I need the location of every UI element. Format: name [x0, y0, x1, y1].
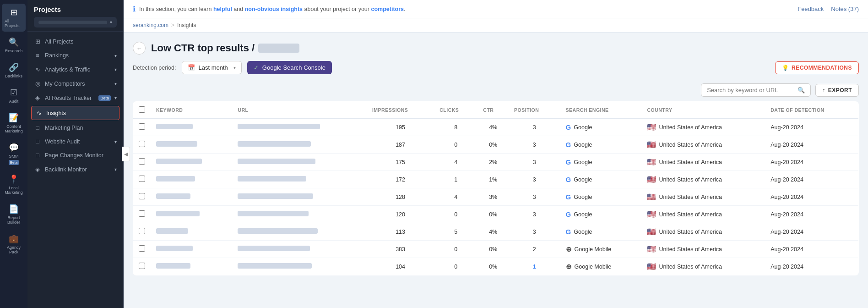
ctr-cell: 3% [477, 188, 509, 206]
col-clicks: CLICKS [434, 102, 477, 119]
url-cell [232, 188, 367, 206]
export-button[interactable]: ↑ EXPORT [815, 84, 859, 97]
sidebar-item-backlink-monitor[interactable]: ◈ Backlink Monitor ▾ [27, 162, 123, 176]
row-checkbox-8[interactable] [139, 263, 145, 269]
topbar-info: ℹ In this section, you can learn helpful… [133, 5, 406, 13]
table-row: 195 8 4% 3 G Google 🇺🇸 United States of … [133, 119, 859, 136]
back-button[interactable]: ← [133, 42, 146, 55]
sidebar-icon-smm[interactable]: 💬 SMM Beta [2, 139, 26, 169]
sidebar-collapse-btn[interactable]: ◀ [122, 147, 130, 161]
sidebar-icon-report[interactable]: 📄 Report Builder [2, 200, 26, 228]
page-title: Low CTR top results / [151, 42, 299, 54]
topbar-actions: Feedback Notes (37) [797, 6, 859, 12]
export-icon: ↑ [822, 87, 825, 94]
notes-link[interactable]: Notes (37) [831, 6, 859, 12]
table-row: 383 0 0% 2 ⊕ Google Mobile 🇺🇸 United Sta… [133, 241, 859, 258]
analytics-icon: ∿ [34, 66, 41, 73]
sidebar-item-ai-tracker[interactable]: ◈ AI Results Tracker Beta ▾ [27, 91, 123, 105]
country-cell: 🇺🇸 United States of America [641, 206, 765, 223]
col-date: DATE OF DETECTION [765, 102, 858, 119]
recommendations-label: RECOMMENDATIONS [792, 65, 852, 71]
row-checkbox-2[interactable] [139, 158, 145, 165]
row-checkbox-4[interactable] [139, 193, 145, 199]
url-cell [232, 154, 367, 171]
sidebar-icon-backlinks[interactable]: 🔗 Backlinks [2, 59, 26, 82]
google-icon: G [566, 193, 571, 201]
google-icon: G [566, 158, 571, 166]
table-row: 104 0 0% 1 ⊕ Google Mobile 🇺🇸 United Sta… [133, 258, 859, 275]
sidebar-icon-content[interactable]: 📝 Content Marketing [2, 109, 26, 137]
table-row: 113 5 4% 3 G Google 🇺🇸 United States of … [133, 223, 859, 241]
ctr-cell: 0% [477, 136, 509, 154]
project-selector[interactable]: ▾ [34, 17, 117, 28]
row-checkbox-5[interactable] [139, 210, 145, 217]
select-all-checkbox[interactable] [139, 106, 145, 113]
sidebar-icon-audit[interactable]: ☑ Audit [2, 84, 26, 107]
clicks-cell: 0 [434, 136, 477, 154]
clicks-cell: 0 [434, 206, 477, 223]
impressions-cell: 104 [367, 258, 434, 275]
country-cell: 🇺🇸 United States of America [641, 241, 765, 258]
sidebar-icon-agency[interactable]: 💼 Agency Pack [2, 230, 26, 258]
sidebar-item-all-projects[interactable]: ⊞ All Projects [27, 34, 123, 49]
google-icon: G [566, 176, 571, 183]
sidebar-item-page-changes[interactable]: □ Page Changes Monitor [27, 148, 123, 162]
engine-cell: G Google [560, 206, 642, 223]
table-row: 187 0 0% 3 G Google 🇺🇸 United States of … [133, 136, 859, 154]
position-cell: 3 [509, 154, 560, 171]
col-ctr: CTR [477, 102, 509, 119]
ai-arrow-icon: ▾ [114, 95, 117, 100]
sidebar-item-marketing-plan[interactable]: □ Marketing Plan [27, 121, 123, 135]
col-search-engine: SEARCH ENGINE [560, 102, 642, 119]
date-cell: Aug-20 2024 [765, 154, 858, 171]
project-selector-arrow-icon: ▾ [110, 20, 112, 25]
date-cell: Aug-20 2024 [765, 258, 858, 275]
url-cell [232, 223, 367, 241]
keyword-cell [151, 223, 232, 241]
sidebar-icon-research[interactable]: 🔍 Research [2, 33, 26, 57]
row-checkbox-7[interactable] [139, 245, 145, 252]
position-cell: 3 [509, 136, 560, 154]
sidebar-item-website-audit[interactable]: □ Website Audit ▾ [27, 135, 123, 148]
ctr-cell: 0% [477, 258, 509, 275]
row-checkbox-6[interactable] [139, 228, 145, 234]
gsc-button[interactable]: ✓ Google Search Console [247, 61, 332, 74]
clicks-cell: 1 [434, 171, 477, 188]
url-cell [232, 258, 367, 275]
keyword-cell [151, 136, 232, 154]
clicks-cell: 8 [434, 119, 477, 136]
feedback-link[interactable]: Feedback [797, 6, 824, 12]
sidebar-icon-projects[interactable]: ⊞ All Projects [2, 4, 26, 32]
impressions-cell: 172 [367, 171, 434, 188]
keyword-cell [151, 241, 232, 258]
export-label: EXPORT [828, 87, 852, 94]
col-url: URL [232, 102, 367, 119]
position-cell: 3 [509, 206, 560, 223]
row-checkbox-3[interactable] [139, 176, 145, 182]
sidebar-item-insights[interactable]: ∿ Insights [31, 106, 119, 120]
impressions-cell: 175 [367, 154, 434, 171]
table-row: 128 4 3% 3 G Google 🇺🇸 United States of … [133, 188, 859, 206]
data-table: KEYWORD URL IMPRESSIONS CLICKS CTR POSIT… [133, 101, 859, 275]
flag-icon: 🇺🇸 [647, 192, 656, 201]
period-select[interactable]: 📅 Last month ▾ [182, 61, 242, 74]
sidebar-item-analytics[interactable]: ∿ Analytics & Traffic ▾ [27, 62, 123, 77]
position-cell: 3 [509, 188, 560, 206]
recommendations-button[interactable]: 💡 RECOMMENDATIONS [775, 61, 859, 74]
search-box[interactable]: 🔍 [701, 83, 811, 97]
row-checkbox-1[interactable] [139, 141, 145, 147]
sidebar-icon-local[interactable]: 📍 Local Marketing [2, 170, 26, 198]
engine-cell: G Google [560, 119, 642, 136]
row-checkbox-0[interactable] [139, 123, 145, 130]
impressions-cell: 120 [367, 206, 434, 223]
sidebar-item-competitors[interactable]: ◎ My Competitors ▾ [27, 77, 123, 91]
ctr-cell: 4% [477, 223, 509, 241]
breadcrumb-site[interactable]: seranking.com [133, 22, 168, 28]
plan-icon: □ [34, 125, 41, 131]
search-input[interactable] [707, 87, 794, 94]
sidebar-item-rankings[interactable]: ≡ Rankings ▾ [27, 49, 123, 62]
recommendations-icon: 💡 [782, 65, 789, 71]
ctr-cell: 1% [477, 171, 509, 188]
google-icon: ⊕ [566, 263, 572, 271]
bar-icon: ≡ [34, 52, 41, 59]
